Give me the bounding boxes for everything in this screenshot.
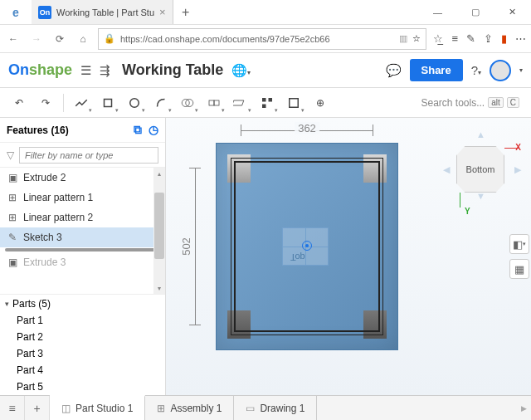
feature-item-linear2[interactable]: ⊞ Linear pattern 2: [0, 208, 165, 227]
sketch-icon: ✎: [7, 232, 18, 243]
tabs-scroll-right[interactable]: ▶: [516, 396, 531, 420]
dim-h-value: 362: [295, 122, 319, 134]
reading-view-icon[interactable]: ▥: [399, 33, 407, 44]
part-item[interactable]: Part 3: [0, 345, 165, 362]
scroll-up-icon[interactable]: ▴: [153, 168, 165, 179]
parts-header[interactable]: ▾ Parts (5): [0, 294, 165, 312]
plane-tool[interactable]: [228, 91, 253, 115]
sketch-tool[interactable]: [69, 91, 94, 115]
home-button[interactable]: ⌂: [75, 31, 91, 47]
tab-close-icon[interactable]: ×: [159, 6, 166, 18]
add-feature-icon[interactable]: ⧉: [134, 123, 142, 137]
boolean-tool[interactable]: [175, 91, 200, 115]
refresh-button[interactable]: ⟳: [51, 31, 68, 47]
add-tab-button[interactable]: +: [25, 396, 50, 420]
parts-count: (5): [38, 298, 51, 310]
insert-tool[interactable]: ⊕: [308, 91, 333, 115]
transform-tool[interactable]: [202, 91, 227, 115]
filter-icon[interactable]: ▽: [7, 149, 14, 161]
feature-item-extrude2[interactable]: ▣ Extrude 2: [0, 168, 165, 188]
help-icon[interactable]: ?▾: [471, 63, 481, 77]
svg-rect-8: [262, 104, 266, 108]
browser-tab[interactable]: On Working Table | Part Stu ×: [32, 0, 173, 24]
features-header: Features (16) ⧉ ◷: [0, 118, 165, 143]
filter-input[interactable]: [19, 147, 158, 164]
model-canvas[interactable]: 362 502 Top ▲ ▼ ◀ ▶ Bottom: [166, 118, 531, 395]
share-icon[interactable]: ⇪: [484, 32, 493, 45]
search-tools-label[interactable]: Search tools...: [421, 97, 485, 109]
reading-list-icon[interactable]: ≡: [451, 32, 458, 45]
scroll-down-icon[interactable]: ▾: [153, 282, 165, 294]
parts-label: Parts: [12, 298, 36, 310]
tree-icon[interactable]: ⇶: [100, 63, 110, 78]
extensions-icon[interactable]: ▮: [501, 32, 507, 45]
url-input[interactable]: 🔒 https://cad.onshape.com/documents/97de…: [98, 28, 426, 50]
cube-arrow-right[interactable]: ▶: [514, 164, 521, 175]
redo-button[interactable]: ↷: [33, 91, 58, 115]
extrude-icon: ▣: [7, 256, 18, 268]
cube-arrow-left[interactable]: ◀: [443, 164, 450, 175]
part-item[interactable]: Part 2: [0, 329, 165, 345]
svg-rect-6: [262, 98, 266, 102]
filter-row: ▽: [0, 143, 165, 168]
fillet-tool[interactable]: [149, 91, 173, 115]
undo-button[interactable]: ↶: [7, 91, 32, 115]
window-minimize-button[interactable]: —: [419, 0, 456, 24]
forward-button: →: [28, 31, 45, 47]
feature-item-extrude3[interactable]: ▣ Extrude 3: [0, 252, 165, 272]
tab-drawing[interactable]: ▭ Drawing 1: [234, 396, 317, 420]
main-area: Features (16) ⧉ ◷ ▽ ▣ Extrude 2 ⊞ Linear…: [0, 118, 531, 395]
part-item[interactable]: Part 5: [0, 378, 165, 395]
rollback-bar[interactable]: [5, 248, 160, 252]
lock-icon: 🔒: [104, 33, 115, 44]
assembly-icon: ⊞: [157, 403, 165, 414]
feature-item-linear1[interactable]: ⊞ Linear pattern 1: [0, 188, 165, 208]
part-item[interactable]: Part 4: [0, 362, 165, 378]
part-item[interactable]: Part 1: [0, 312, 165, 329]
share-button[interactable]: Share: [410, 59, 463, 81]
svg-rect-5: [214, 100, 219, 105]
cube-arrow-up[interactable]: ▲: [476, 129, 485, 139]
drawing-icon: ▭: [246, 403, 255, 414]
section-view-button[interactable]: ▦: [509, 259, 529, 279]
feature-toolbar: ↶ ↷ ⊕ Search tools... alt C: [0, 88, 531, 118]
scroll-thumb[interactable]: [154, 193, 164, 259]
document-tabs: ≡ + ◫ Part Studio 1 ⊞ Assembly 1 ▭ Drawi…: [0, 395, 531, 420]
onshape-logo[interactable]: Onshape: [8, 61, 72, 79]
timer-icon[interactable]: ◷: [149, 123, 158, 137]
cube-face[interactable]: Bottom: [456, 146, 504, 193]
favorite-icon[interactable]: ☆: [412, 33, 421, 44]
pattern-icon: ⊞: [7, 212, 18, 223]
comments-icon[interactable]: 💬: [386, 63, 402, 78]
axis-x-label: X: [515, 143, 521, 152]
iso-view-button[interactable]: ◧▾: [509, 234, 529, 254]
feature-item-sketch3[interactable]: ✎ Sketch 3: [0, 227, 165, 247]
tab-part-studio[interactable]: ◫ Part Studio 1: [50, 395, 145, 420]
menu-icon[interactable]: ☰: [80, 63, 91, 78]
tabs-menu-button[interactable]: ≡: [0, 396, 25, 420]
feature-scrollbar[interactable]: ▴ ▾: [153, 168, 165, 294]
back-button[interactable]: ←: [5, 31, 22, 47]
more-icon[interactable]: ⋯: [515, 32, 526, 45]
notes-icon[interactable]: ✎: [466, 32, 475, 45]
extrude-tool[interactable]: [95, 91, 120, 115]
axis-y-label: Y: [465, 207, 470, 216]
new-tab-button[interactable]: +: [173, 0, 198, 24]
document-title[interactable]: Working Table: [122, 61, 223, 79]
config-tool[interactable]: [281, 91, 306, 115]
favorites-hub-icon[interactable]: ☆̲: [433, 32, 443, 45]
view-cube[interactable]: ▲ ▼ ◀ ▶ Bottom X Y: [440, 126, 523, 217]
tab-assembly[interactable]: ⊞ Assembly 1: [145, 396, 234, 420]
globe-icon[interactable]: 🌐▾: [231, 63, 251, 78]
origin-marker[interactable]: [302, 241, 312, 251]
revolve-tool[interactable]: [122, 91, 147, 115]
features-label: Features: [7, 125, 48, 136]
window-maximize-button[interactable]: ▢: [456, 0, 494, 24]
window-close-button[interactable]: ✕: [494, 0, 531, 24]
horizontal-dimension[interactable]: 362: [241, 125, 373, 136]
app-header: Onshape ☰ ⇶ Working Table 🌐▾ 💬 Share ?▾ …: [0, 53, 531, 88]
vertical-dimension[interactable]: 502: [189, 168, 201, 325]
user-avatar[interactable]: [490, 60, 511, 81]
kbd-alt: alt: [488, 97, 504, 108]
pattern-tool[interactable]: [255, 91, 280, 115]
